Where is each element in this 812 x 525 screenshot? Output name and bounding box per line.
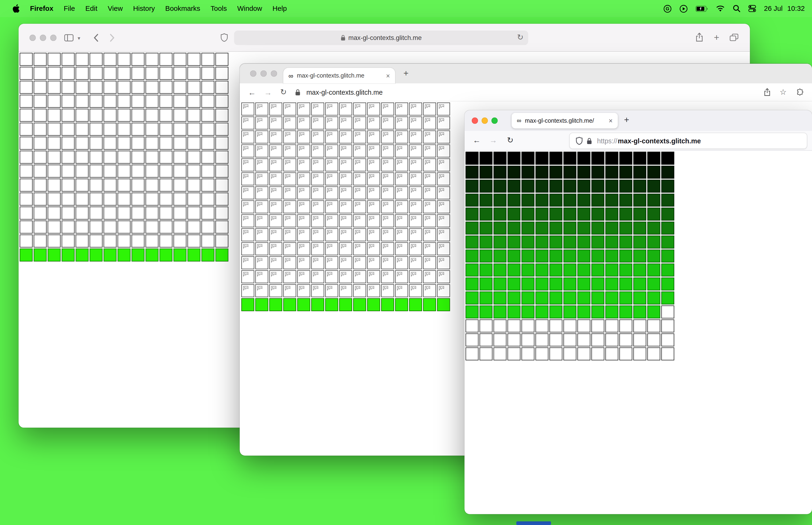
menu-bar-clock[interactable]: 26 Jul 10:32 bbox=[764, 5, 805, 13]
broken-image-icon bbox=[341, 188, 346, 193]
url-host: max-gl-contexts.glitch.me bbox=[618, 137, 701, 145]
menu-item-view[interactable]: View bbox=[103, 5, 128, 13]
empty-canvas-cell bbox=[493, 347, 506, 360]
empty-canvas-cell bbox=[90, 137, 103, 150]
tab-title: max-gl-contexts.glitch.me bbox=[297, 72, 383, 78]
share-icon[interactable] bbox=[764, 88, 770, 96]
empty-canvas-cell bbox=[104, 151, 117, 164]
forward-button[interactable]: → bbox=[489, 136, 497, 144]
address-bar[interactable]: max-gl-contexts.glitch.me bbox=[306, 88, 383, 96]
forward-button[interactable]: → bbox=[264, 88, 272, 96]
apple-menu-icon[interactable] bbox=[7, 4, 25, 13]
colored-canvas-cell bbox=[522, 180, 535, 193]
wifi-icon[interactable] bbox=[716, 5, 725, 12]
broken-image-icon bbox=[257, 188, 262, 193]
forward-button[interactable] bbox=[110, 34, 115, 42]
tab-group-chevron-icon[interactable]: ▾ bbox=[78, 35, 80, 41]
colored-canvas-cell bbox=[592, 222, 604, 235]
browser-tab[interactable]: ∞ max-gl-contexts.glitch.me/ × bbox=[512, 113, 618, 128]
broken-image-icon bbox=[397, 272, 402, 277]
media-play-icon[interactable] bbox=[679, 4, 688, 13]
back-button[interactable] bbox=[93, 34, 98, 42]
colored-canvas-cell bbox=[215, 249, 228, 261]
broken-canvas-cell bbox=[339, 103, 352, 115]
colored-canvas-cell bbox=[647, 208, 660, 221]
share-icon[interactable] bbox=[696, 33, 703, 42]
lock-icon bbox=[340, 35, 345, 41]
broken-canvas-cell bbox=[353, 172, 366, 185]
firefox-nav-bar: ← → ↻ https:// max-gl-contexts.glitch.me bbox=[464, 131, 812, 151]
site-security-lock-icon[interactable] bbox=[295, 89, 300, 96]
empty-canvas-cell bbox=[90, 165, 103, 178]
broken-image-icon bbox=[425, 244, 430, 249]
menu-item-help[interactable]: Help bbox=[267, 5, 292, 13]
back-button[interactable]: ← bbox=[248, 88, 256, 96]
bookmark-star-icon[interactable]: ☆ bbox=[780, 87, 787, 97]
menu-item-edit[interactable]: Edit bbox=[80, 5, 103, 13]
broken-image-icon bbox=[271, 118, 277, 123]
colored-canvas-cell bbox=[550, 236, 563, 249]
broken-image-icon bbox=[341, 286, 346, 291]
spotlight-search-icon[interactable] bbox=[733, 5, 740, 13]
tracking-protection-shield-icon[interactable] bbox=[576, 137, 583, 145]
broken-canvas-cell bbox=[325, 242, 338, 255]
menu-item-tools[interactable]: Tools bbox=[205, 5, 232, 13]
colored-canvas-cell bbox=[647, 236, 660, 249]
browser-tab[interactable]: ∞ max-gl-contexts.glitch.me × bbox=[284, 68, 395, 84]
tab-close-button[interactable]: × bbox=[386, 72, 390, 79]
app-menu-firefox[interactable]: Firefox bbox=[25, 5, 59, 13]
colored-canvas-cell bbox=[661, 152, 674, 165]
battery-icon[interactable] bbox=[695, 5, 708, 12]
menu-item-file[interactable]: File bbox=[59, 5, 80, 13]
broken-image-icon bbox=[355, 244, 361, 249]
broken-canvas-cell bbox=[297, 145, 310, 158]
extensions-icon[interactable] bbox=[796, 88, 804, 96]
empty-canvas-cell bbox=[76, 137, 89, 150]
close-button[interactable] bbox=[472, 118, 478, 124]
back-button[interactable]: ← bbox=[473, 136, 480, 144]
tab-close-button[interactable]: × bbox=[609, 117, 613, 124]
new-tab-button[interactable]: + bbox=[403, 69, 409, 79]
empty-canvas-cell bbox=[159, 151, 172, 164]
tab-overview-icon[interactable] bbox=[730, 33, 738, 41]
reload-button[interactable]: ↻ bbox=[280, 87, 287, 97]
zoom-button[interactable] bbox=[50, 35, 56, 41]
reload-button[interactable]: ↻ bbox=[507, 136, 514, 145]
minimize-button[interactable] bbox=[261, 71, 267, 77]
broken-canvas-cell bbox=[423, 214, 436, 227]
sidebar-toggle-icon[interactable] bbox=[64, 34, 74, 41]
broken-canvas-cell bbox=[297, 256, 310, 269]
broken-canvas-cell bbox=[297, 159, 310, 171]
broken-image-icon bbox=[369, 174, 374, 179]
broken-canvas-cell bbox=[284, 214, 296, 227]
menu-item-bookmarks[interactable]: Bookmarks bbox=[160, 5, 205, 13]
menu-item-history[interactable]: History bbox=[128, 5, 160, 13]
firefox-window: ∞ max-gl-contexts.glitch.me/ × + ← → ↻ h… bbox=[464, 110, 812, 514]
minimize-button[interactable] bbox=[40, 35, 46, 41]
zoom-button[interactable] bbox=[271, 71, 277, 77]
address-bar[interactable]: https:// max-gl-contexts.glitch.me bbox=[569, 133, 807, 149]
colored-canvas-cell bbox=[647, 222, 660, 235]
close-button[interactable] bbox=[250, 71, 256, 77]
grammarly-icon[interactable]: G bbox=[663, 4, 672, 13]
empty-canvas-cell bbox=[201, 137, 214, 150]
minimize-button[interactable] bbox=[482, 118, 488, 124]
colored-canvas-cell bbox=[423, 298, 436, 311]
new-tab-button[interactable]: + bbox=[624, 115, 629, 125]
address-bar[interactable]: max-gl-contexts.glitch.me ↻ bbox=[234, 31, 528, 45]
lock-icon[interactable] bbox=[587, 137, 592, 144]
new-tab-button[interactable]: + bbox=[714, 33, 719, 42]
zoom-button[interactable] bbox=[491, 118, 497, 124]
reload-button[interactable]: ↻ bbox=[517, 33, 524, 42]
empty-canvas-cell bbox=[173, 81, 186, 94]
broken-canvas-cell bbox=[269, 214, 282, 227]
control-center-icon[interactable] bbox=[748, 5, 756, 13]
broken-canvas-cell bbox=[395, 270, 408, 283]
broken-canvas-cell bbox=[437, 159, 450, 171]
close-button[interactable] bbox=[30, 35, 36, 41]
menu-item-window[interactable]: Window bbox=[232, 5, 267, 13]
broken-image-icon bbox=[327, 174, 333, 179]
broken-canvas-cell bbox=[353, 270, 366, 283]
broken-canvas-cell bbox=[284, 172, 296, 185]
privacy-shield-icon[interactable] bbox=[220, 33, 228, 42]
